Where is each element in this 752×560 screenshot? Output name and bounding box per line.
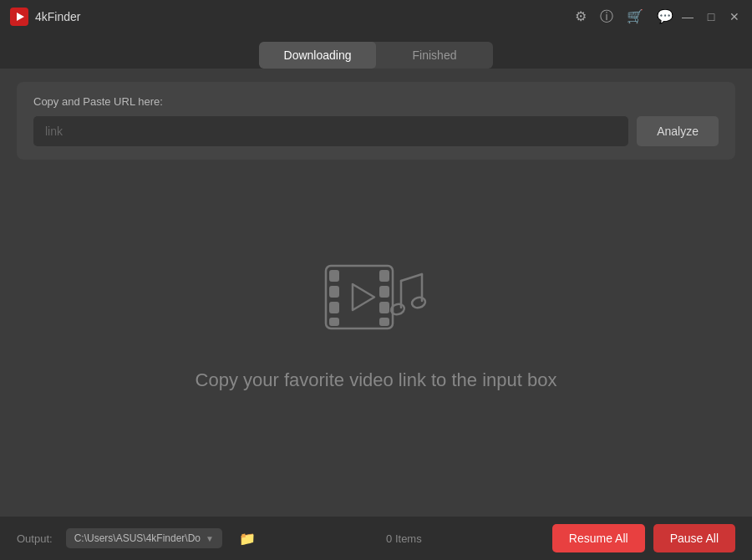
chevron-down-icon: ▼ (206, 534, 214, 543)
svg-rect-6 (380, 287, 389, 297)
tab-finished[interactable]: Finished (376, 42, 493, 69)
close-button[interactable]: ✕ (727, 10, 742, 23)
app-logo (10, 8, 28, 26)
title-bar-left: 4kFinder (10, 8, 80, 26)
title-bar-icons: ⚙ ⓘ 🛒 💬 (575, 10, 673, 23)
url-section: Copy and Paste URL here: Analyze (17, 82, 735, 160)
empty-illustration (318, 249, 434, 349)
play-icon (17, 13, 24, 21)
svg-point-14 (411, 296, 427, 309)
bottom-actions: Resume All Pause All (552, 524, 735, 552)
tab-container: Downloading Finished (259, 42, 493, 69)
svg-rect-2 (330, 287, 338, 297)
app-title: 4kFinder (35, 10, 80, 23)
output-path[interactable]: C:\Users\ASUS\4kFinder\Do ▼ (66, 528, 222, 548)
maximize-button[interactable]: □ (704, 10, 719, 23)
pause-all-button[interactable]: Pause All (653, 524, 735, 552)
items-count: 0 Items (269, 532, 539, 545)
window-controls: — □ ✕ (680, 10, 742, 23)
cart-icon[interactable]: 🛒 (627, 10, 643, 23)
tab-downloading[interactable]: Downloading (259, 42, 376, 69)
svg-rect-1 (330, 271, 338, 281)
title-bar: 4kFinder ⚙ ⓘ 🛒 💬 — □ ✕ (0, 0, 752, 33)
svg-rect-8 (380, 318, 389, 325)
output-path-text: C:\Users\ASUS\4kFinder\Do (74, 532, 201, 544)
url-input[interactable] (33, 116, 628, 146)
bottom-bar: Output: C:\Users\ASUS\4kFinder\Do ▼ 📁 0 … (0, 517, 752, 560)
minimize-button[interactable]: — (680, 10, 695, 23)
output-label: Output: (17, 532, 53, 545)
svg-rect-7 (380, 303, 389, 313)
analyze-button[interactable]: Analyze (637, 116, 719, 146)
svg-line-11 (401, 274, 422, 281)
empty-state-message: Copy your favorite video link to the inp… (196, 369, 557, 391)
tab-bar: Downloading Finished (0, 33, 752, 69)
empty-state: Copy your favorite video link to the inp… (0, 173, 752, 517)
url-row: Analyze (33, 116, 719, 146)
svg-rect-5 (380, 271, 389, 281)
svg-rect-3 (330, 303, 338, 313)
resume-all-button[interactable]: Resume All (552, 524, 645, 552)
info-icon[interactable]: ⓘ (600, 10, 613, 23)
svg-marker-9 (353, 284, 374, 310)
folder-icon[interactable]: 📁 (239, 531, 256, 547)
film-music-svg (318, 249, 434, 349)
main-content: Copy and Paste URL here: Analyze (0, 69, 752, 517)
url-label: Copy and Paste URL here: (33, 95, 719, 108)
chat-icon[interactable]: 💬 (657, 10, 673, 23)
settings-icon[interactable]: ⚙ (575, 10, 587, 23)
svg-rect-4 (330, 318, 338, 325)
